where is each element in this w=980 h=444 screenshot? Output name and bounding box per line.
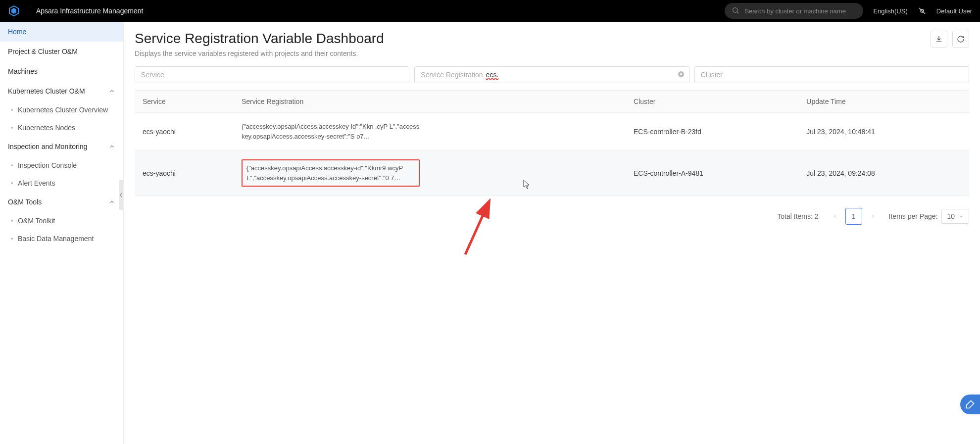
page-subtitle: Displays the service variables registere… bbox=[135, 49, 384, 57]
sidebar-item-label: O&M Toolkit bbox=[18, 217, 55, 225]
app-logo-icon bbox=[8, 5, 20, 17]
filter-registration-prefix: Service Registration bbox=[421, 71, 483, 79]
bullet-icon bbox=[11, 238, 13, 240]
filter-registration[interactable]: Service Registration ecs. bbox=[414, 66, 689, 83]
page-header: Service Registration Variable Dashboard … bbox=[135, 31, 969, 57]
refresh-button[interactable] bbox=[952, 31, 969, 48]
sidebar-item-inspection[interactable]: Inspection and Monitoring bbox=[0, 137, 123, 156]
registration-content: {"accesskey.opsapiAccess.accesskey-id":"… bbox=[242, 122, 420, 141]
sidebar-item-label: O&M Tools bbox=[8, 198, 42, 206]
cell-registration[interactable]: {"accesskey.opsapiAccess.accesskey-id":"… bbox=[234, 113, 626, 150]
per-page-label: Items per Page: bbox=[889, 212, 938, 220]
sidebar-item-label: Basic Data Management bbox=[18, 235, 94, 243]
header-left: Apsara Infrastructure Management bbox=[8, 5, 143, 17]
total-items-label: Total Items: 2 bbox=[777, 212, 818, 220]
svg-line-3 bbox=[737, 12, 738, 13]
page-actions bbox=[931, 31, 969, 48]
bullet-icon bbox=[11, 127, 13, 129]
clear-icon[interactable] bbox=[677, 70, 685, 80]
chevron-down-icon bbox=[959, 214, 964, 219]
pagination: Total Items: 2 1 Items per Page: 10 bbox=[135, 208, 969, 225]
cell-registration[interactable]: {"accesskey.opsapiAccess.accesskey-id":"… bbox=[234, 150, 626, 196]
cell-cluster: ECS-controller-A-9481 bbox=[626, 150, 798, 196]
sidebar-item-project-cluster[interactable]: Project & Cluster O&M bbox=[0, 42, 123, 61]
col-cluster: Cluster bbox=[626, 91, 798, 113]
main-content: Service Registration Variable Dashboard … bbox=[124, 22, 980, 444]
cell-update-time: Jul 23, 2024, 09:24:08 bbox=[798, 150, 969, 196]
annotation-arrow-icon bbox=[460, 197, 495, 258]
search-icon bbox=[732, 6, 739, 16]
sidebar-item-kubernetes-overview[interactable]: Kubernetes Cluster Overview bbox=[0, 101, 123, 119]
sidebar-item-om-tools[interactable]: O&M Tools bbox=[0, 192, 123, 212]
chevron-up-icon bbox=[108, 198, 115, 205]
app-header: Apsara Infrastructure Management English… bbox=[0, 0, 980, 22]
filter-cluster[interactable] bbox=[694, 66, 969, 83]
sidebar-item-label: Kubernetes Cluster O&M bbox=[8, 87, 85, 95]
sidebar-item-kubernetes-nodes[interactable]: Kubernetes Nodes bbox=[0, 119, 123, 137]
sidebar-item-label: Machines bbox=[8, 67, 38, 75]
bullet-icon bbox=[11, 109, 13, 111]
filter-registration-value: ecs. bbox=[486, 71, 499, 79]
registration-content: {"accesskey.opsapiAccess.accesskey-id":"… bbox=[242, 159, 420, 187]
cell-update-time: Jul 23, 2024, 10:48:41 bbox=[798, 113, 969, 150]
sidebar-item-label: Kubernetes Cluster Overview bbox=[18, 106, 108, 114]
cell-cluster: ECS-controller-B-23fd bbox=[626, 113, 798, 150]
sidebar-item-inspection-console[interactable]: Inspection Console bbox=[0, 156, 123, 174]
svg-line-5 bbox=[919, 8, 925, 14]
download-button[interactable] bbox=[931, 31, 947, 48]
svg-marker-1 bbox=[11, 8, 16, 14]
table-row[interactable]: ecs-yaochi {"accesskey.opsapiAccess.acce… bbox=[135, 113, 969, 150]
svg-point-2 bbox=[733, 7, 737, 12]
page-nav: 1 bbox=[828, 208, 880, 225]
sidebar-item-label: Home bbox=[8, 28, 26, 36]
col-registration: Service Registration bbox=[234, 91, 626, 113]
page-number[interactable]: 1 bbox=[845, 208, 862, 225]
theme-toggle-icon[interactable] bbox=[918, 6, 927, 15]
table-header-row: Service Service Registration Cluster Upd… bbox=[135, 91, 969, 113]
chevron-up-icon bbox=[108, 143, 115, 150]
filter-row: Service Registration ecs. bbox=[135, 66, 969, 83]
results-table: Service Service Registration Cluster Upd… bbox=[135, 90, 969, 196]
sidebar-item-alert-events[interactable]: Alert Events bbox=[0, 174, 123, 192]
prev-page-button[interactable] bbox=[828, 209, 842, 224]
language-selector[interactable]: English(US) bbox=[873, 7, 907, 15]
help-fab-button[interactable] bbox=[960, 395, 980, 414]
sidebar-item-label: Inspection and Monitoring bbox=[8, 143, 87, 150]
sidebar: Home Project & Cluster O&M Machines Kube… bbox=[0, 22, 124, 444]
cell-service: ecs-yaochi bbox=[135, 113, 234, 150]
next-page-button[interactable] bbox=[865, 209, 880, 224]
cell-service: ecs-yaochi bbox=[135, 150, 234, 196]
sidebar-item-label: Project & Cluster O&M bbox=[8, 48, 78, 55]
filter-service-input[interactable] bbox=[141, 71, 403, 79]
table-row[interactable]: ecs-yaochi {"accesskey.opsapiAccess.acce… bbox=[135, 150, 969, 196]
header-divider bbox=[28, 6, 28, 15]
sidebar-item-om-toolkit[interactable]: O&M Toolkit bbox=[0, 212, 123, 230]
filter-cluster-input[interactable] bbox=[701, 71, 963, 79]
sidebar-item-label: Inspection Console bbox=[18, 161, 77, 169]
filter-service[interactable] bbox=[135, 66, 409, 83]
bullet-icon bbox=[11, 182, 13, 184]
col-update-time: Update Time bbox=[798, 91, 969, 113]
sidebar-item-machines[interactable]: Machines bbox=[0, 61, 123, 81]
header-right: English(US) Default User bbox=[725, 3, 972, 19]
user-menu[interactable]: Default User bbox=[936, 7, 972, 15]
sidebar-item-label: Kubernetes Nodes bbox=[18, 124, 75, 132]
page-title: Service Registration Variable Dashboard bbox=[135, 31, 384, 47]
global-search[interactable] bbox=[725, 3, 863, 19]
app-title: Apsara Infrastructure Management bbox=[36, 7, 143, 15]
sidebar-item-label: Alert Events bbox=[18, 179, 55, 187]
global-search-input[interactable] bbox=[744, 7, 856, 15]
per-page-select[interactable]: 10 bbox=[941, 209, 969, 224]
sidebar-item-basic-data[interactable]: Basic Data Management bbox=[0, 230, 123, 247]
sidebar-item-home[interactable]: Home bbox=[0, 22, 123, 42]
items-per-page: Items per Page: 10 bbox=[889, 209, 969, 224]
col-service: Service bbox=[135, 91, 234, 113]
chevron-up-icon bbox=[108, 88, 115, 95]
sidebar-collapse-handle[interactable] bbox=[119, 180, 124, 210]
bullet-icon bbox=[11, 164, 13, 166]
per-page-value: 10 bbox=[947, 212, 955, 220]
bullet-icon bbox=[11, 220, 13, 222]
sidebar-item-kubernetes[interactable]: Kubernetes Cluster O&M bbox=[0, 81, 123, 101]
